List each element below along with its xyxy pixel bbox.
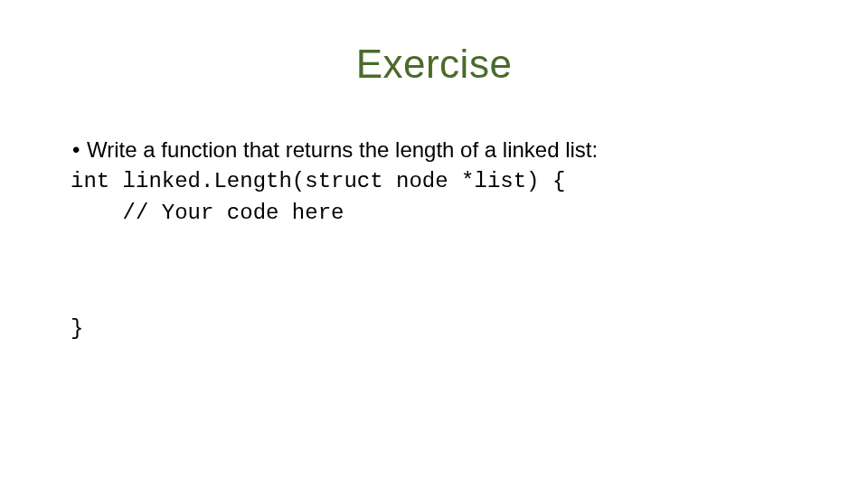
code-line: } — [71, 314, 797, 343]
bullet-text: Write a function that returns the length… — [87, 136, 797, 164]
slide-body: • Write a function that returns the leng… — [71, 136, 797, 343]
slide: Exercise • Write a function that returns… — [0, 0, 868, 488]
bullet-item: • Write a function that returns the leng… — [71, 136, 797, 164]
code-line: int linked.Length(struct node *list) { — [71, 167, 797, 196]
code-line: // Your code here — [71, 199, 797, 228]
slide-title: Exercise — [0, 42, 868, 87]
bullet-marker: • — [71, 136, 87, 164]
